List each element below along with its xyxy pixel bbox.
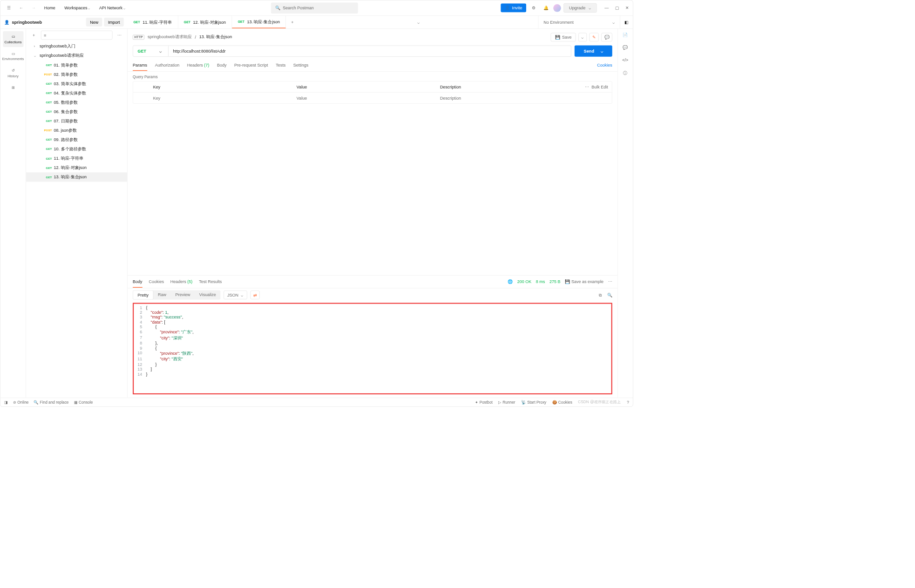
nav-workspaces[interactable]: Workspaces — [61, 4, 93, 12]
workspace-name[interactable]: springbootweb — [12, 20, 42, 24]
edit-icon[interactable]: ✎ — [590, 33, 599, 41]
save-dropdown[interactable]: ⌵ — [578, 33, 587, 41]
nav-history[interactable]: ↺ History — [3, 65, 23, 81]
tab-overflow-icon[interactable]: ⌵ — [412, 16, 425, 28]
code-icon[interactable]: </> — [622, 58, 628, 62]
view-visualize[interactable]: Visualize — [195, 290, 220, 299]
wrap-lines-icon[interactable]: ⇄ — [250, 291, 259, 299]
table-row-options-icon[interactable]: ⋯ Bulk Edit — [580, 84, 612, 89]
add-icon[interactable]: + — [29, 31, 38, 40]
tab-prerequest[interactable]: Pre-request Script — [234, 60, 268, 71]
response-body[interactable]: 1{2 "code": 1,3 "msg": "success",4 "data… — [133, 303, 612, 394]
description-input[interactable]: Description — [436, 95, 580, 100]
bulk-edit-link[interactable]: Bulk Edit — [591, 84, 608, 89]
nav-more[interactable]: ⊞ — [3, 82, 23, 93]
upgrade-button[interactable]: Upgrade ⌵ — [563, 3, 596, 13]
status-find-replace[interactable]: 🔍 Find and replace — [34, 400, 68, 405]
tab-tests[interactable]: Tests — [276, 60, 285, 71]
nav-api-network[interactable]: API Network — [96, 4, 129, 12]
search-input[interactable]: 🔍 Search Postman — [271, 2, 358, 14]
request-tab[interactable]: GET11. 响应-字符串 — [128, 16, 178, 28]
format-selector[interactable]: JSON ⌵ — [224, 291, 247, 299]
tree-request-item[interactable]: GET13. 响应-集合json — [26, 172, 127, 182]
status-postbot[interactable]: ✦ Postbot — [475, 399, 493, 405]
method-badge: GET — [42, 63, 52, 67]
tab-headers[interactable]: Headers (7) — [187, 60, 210, 71]
new-tab-icon[interactable]: + — [286, 16, 299, 28]
new-button[interactable]: New — [86, 18, 102, 27]
tree-request-item[interactable]: GET01. 简单参数 — [26, 60, 127, 69]
tree-request-item[interactable]: GET07. 日期参数 — [26, 116, 127, 126]
request-tab[interactable]: GET12. 响应-对象json — [178, 16, 232, 28]
method-badge: GET — [42, 82, 52, 85]
breadcrumb-parent[interactable]: springbootweb请求响应 — [148, 34, 192, 40]
environment-selector[interactable]: No Environment ⌵ — [538, 16, 620, 28]
tree-request-item[interactable]: GET09. 路径参数 — [26, 135, 127, 144]
status-cookies[interactable]: 🍪 Cookies — [552, 399, 572, 405]
nav-home[interactable]: Home — [41, 4, 59, 12]
tree-request-item[interactable]: GET06. 集合参数 — [26, 107, 127, 116]
status-pane-icon[interactable]: ◨ — [4, 400, 8, 405]
window-close-icon[interactable]: ✕ — [625, 6, 629, 10]
more-icon[interactable]: ⋯ — [608, 279, 612, 284]
tab-authorization[interactable]: Authorization — [155, 60, 180, 71]
view-raw[interactable]: Raw — [153, 290, 170, 299]
method-selector[interactable]: GET ⌵ — [133, 46, 169, 56]
nav-environments[interactable]: ▭ Environments — [3, 48, 23, 64]
copy-icon[interactable]: ⧉ — [599, 292, 602, 297]
notifications-bell-icon[interactable]: 🔔 — [541, 3, 551, 13]
docs-icon[interactable]: 📄 — [623, 33, 628, 37]
save-example-button[interactable]: 💾 Save as example — [565, 279, 603, 284]
resp-tab-body[interactable]: Body — [133, 276, 142, 288]
tab-params[interactable]: Params — [133, 60, 147, 71]
request-tab[interactable]: GET13. 响应-集合json — [232, 16, 286, 28]
tree-folder[interactable]: › springbootweb入门 — [26, 41, 127, 51]
key-input[interactable]: Key — [149, 95, 292, 100]
url-input[interactable]: http://localhost:8080/listAddr — [169, 46, 571, 56]
tree-request-item[interactable]: GET10. 多个路径参数 — [26, 144, 127, 154]
save-button[interactable]: 💾 Save — [551, 33, 576, 41]
hamburger-icon[interactable]: ☰ — [4, 3, 14, 13]
window-minimize-icon[interactable]: — — [604, 6, 609, 10]
tree-folder[interactable]: ⌵ springbootweb请求响应 — [26, 51, 127, 60]
avatar[interactable] — [553, 4, 561, 12]
breadcrumb-current[interactable]: 13. 响应-集合json — [199, 34, 232, 40]
import-button[interactable]: Import — [104, 18, 124, 27]
status-console[interactable]: ▦ Console — [74, 400, 93, 405]
status-help-icon[interactable]: ? — [627, 399, 629, 405]
view-preview[interactable]: Preview — [171, 290, 195, 299]
tree-request-item[interactable]: POST02. 简单参数 — [26, 69, 127, 79]
more-options-icon[interactable]: ⋯ — [115, 31, 124, 40]
nav-back-icon[interactable]: ← — [16, 3, 26, 13]
status-proxy[interactable]: 📡 Start Proxy — [521, 399, 546, 405]
send-button[interactable]: Send ⌵ — [575, 46, 612, 57]
tab-settings[interactable]: Settings — [293, 60, 309, 71]
cookies-link[interactable]: Cookies — [597, 63, 612, 68]
resp-tab-cookies[interactable]: Cookies — [149, 276, 164, 287]
window-maximize-icon[interactable]: ▢ — [615, 6, 619, 10]
tree-request-item[interactable]: GET11. 响应-字符串 — [26, 154, 127, 163]
invite-button[interactable]: 👤 Invite — [501, 4, 526, 13]
tab-body[interactable]: Body — [217, 60, 227, 71]
comment-icon[interactable]: 💬 — [601, 33, 612, 41]
tree-request-item[interactable]: GET12. 响应-对象json — [26, 163, 127, 172]
comments-icon[interactable]: 💬 — [623, 45, 628, 50]
status-runner[interactable]: ▷ Runner — [498, 399, 515, 405]
tree-request-item[interactable]: POST08. json参数 — [26, 126, 127, 135]
nav-forward-icon[interactable]: → — [29, 3, 39, 13]
globe-icon[interactable]: 🌐 — [508, 279, 513, 284]
filter-input[interactable]: ≡ — [41, 31, 113, 40]
settings-gear-icon[interactable]: ⚙ — [529, 3, 538, 13]
status-online[interactable]: ⊘ Online — [13, 400, 29, 405]
info-icon[interactable]: ⓘ — [623, 70, 627, 76]
search-icon[interactable]: 🔍 — [607, 292, 612, 297]
resp-tab-test-results[interactable]: Test Results — [199, 276, 222, 287]
tree-request-item[interactable]: GET04. 复杂实体参数 — [26, 88, 127, 98]
view-pretty[interactable]: Pretty — [133, 290, 153, 299]
tree-request-item[interactable]: GET05. 数组参数 — [26, 98, 127, 107]
resp-tab-headers[interactable]: Headers (5) — [170, 276, 193, 287]
environment-quicklook-icon[interactable]: ◧ — [620, 16, 633, 28]
tree-request-item[interactable]: GET03. 简单实体参数 — [26, 79, 127, 88]
nav-collections[interactable]: ▭ Collections — [3, 31, 23, 47]
value-input[interactable]: Value — [293, 95, 436, 100]
